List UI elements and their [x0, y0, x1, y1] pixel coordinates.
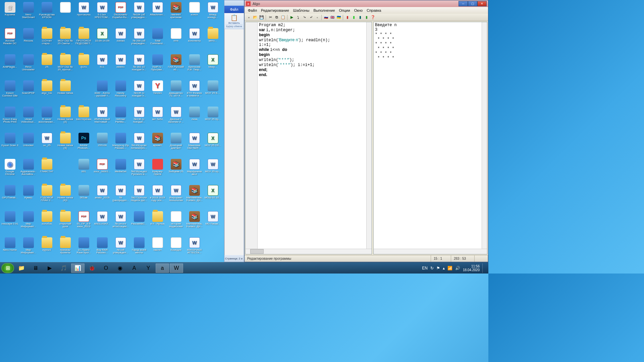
desktop-icon[interactable]: Buy RAR Passwo... [93, 237, 111, 263]
flag-en-icon[interactable]: 🇬🇧 [329, 14, 335, 20]
algo-menubar[interactable]: ФайлРедактированиеШаблоныВыполнениеОпции… [245, 7, 488, 14]
desktop-icon[interactable]: гете [167, 27, 185, 54]
taskbar-item[interactable]: a [156, 263, 169, 273]
desktop-icon[interactable]: ГЛАВСТАТ [38, 158, 56, 184]
desktop-icon[interactable]: Diccionario Español-Ru... [111, 1, 130, 27]
desktop-icon[interactable]: Донецкий диктант [167, 132, 185, 158]
desktop-icon[interactable] [204, 237, 222, 263]
desktop-icon[interactable]: №149(орган питания)01... [130, 132, 148, 158]
tray-sync-icon[interactable]: ↻ [430, 266, 434, 270]
desktop-icon[interactable]: консп [185, 1, 204, 27]
taskbar[interactable]: ⊞ 📁🖥▶🎵📊🐞O◉AYaW EN ↻ ⚑ ▴ 📶 🔊 11:56 18.04.… [0, 262, 488, 274]
save-file-icon[interactable]: 💾 [259, 14, 265, 20]
desktop-icon[interactable]: приказы проекты [56, 237, 74, 263]
desktop-icon[interactable]: Unlocker [19, 132, 38, 158]
horizontal-scrollbar[interactable] [374, 249, 487, 254]
desktop-icon[interactable]: 11Отчет старш... [38, 27, 56, 54]
desktop-icon[interactable]: история педагогики [167, 210, 185, 237]
desktop-icon[interactable]: Recuva [19, 27, 38, 54]
desktop-icon[interactable]: № 266 (об утвержден... [130, 27, 148, 54]
desktop-icon[interactable]: акт библ [148, 106, 167, 132]
desktop-icon[interactable]: мето... [204, 27, 222, 54]
paste-label[interactable]: Вставить [228, 21, 240, 24]
desktop-icon[interactable]: ГОДОВОЙ ПЛАН 2... [38, 184, 56, 210]
algo-titlebar[interactable]: a Algo ─ ▢ ✕ [245, 0, 488, 7]
desktop-icon[interactable]: algo_rus [38, 80, 56, 106]
menu-item[interactable]: Шаблоны [291, 8, 312, 12]
tray-network-icon[interactable]: 📶 [447, 266, 452, 270]
desktop-icon[interactable]: Математика, 9 класс. Дл... [185, 210, 204, 237]
desktop-icon[interactable]: лиза [185, 106, 204, 132]
taskbar-item[interactable]: O [99, 263, 113, 273]
tray-flag-icon[interactable]: ⚑ [436, 266, 440, 270]
desktop-icon[interactable]: №273(Итоги Недели рус... [130, 184, 148, 210]
desktop-icon[interactable]: Hetman Partitio... [111, 106, 130, 132]
algo-toolbar[interactable]: ▫ 📂 💾 ✂ ⧉ 📋 ▶ ⤵ ⤷ ⤶ ◦ 🇷🇺 🇬🇧 🇺🇦 ▮ ▮ ▮ ▮ ❓ [245, 14, 488, 21]
maximize-button[interactable]: ▢ [468, 1, 477, 6]
desktop-icon[interactable]: AntiPlagia... [1, 54, 19, 80]
desktop-icon[interactable]: Информат технологии [167, 184, 185, 210]
desktop-icon[interactable]: №236(недел Русского я... [130, 158, 148, 184]
step-into-icon[interactable]: ⤷ [302, 14, 308, 20]
menu-item[interactable]: Окно [352, 8, 365, 12]
taskbar-item[interactable]: 📁 [15, 263, 28, 273]
desktop-icon[interactable]: Шестеренки [74, 106, 93, 132]
desktop-icon[interactable] [74, 80, 93, 106]
desktop-icon[interactable]: Scan2PDF [19, 80, 38, 106]
desktop-icon[interactable]: курсы1 [38, 237, 56, 263]
word-titlebar[interactable] [224, 0, 244, 6]
desktop-icon[interactable]: Крючкова Л.И. Твор... [185, 54, 204, 80]
desktop-icon[interactable]: Epson Connect Site [1, 80, 19, 106]
desktop-icon[interactable] [56, 1, 74, 27]
word-file-tab[interactable]: Файл [224, 6, 244, 13]
desktop-icon[interactable]: МОУ 25 Об... [204, 132, 222, 158]
desktop-icon[interactable] [56, 158, 74, 184]
system-tray[interactable]: EN ↻ ⚑ ▴ 📶 🔊 11:56 18.04.2020 [422, 263, 487, 273]
desktop-icon[interactable]: открытый урок [56, 210, 74, 237]
desktop-icon[interactable]: архив1 [148, 132, 167, 158]
desktop-icon[interactable]: Корзина [1, 1, 19, 27]
desktop-icon[interactable]: гамлет [148, 237, 167, 263]
desktop-icon[interactable]: КТП Физика и химия в ... [185, 80, 204, 106]
taskbar-clock[interactable]: 11:56 18.04.2020 [463, 264, 480, 272]
desktop-icon[interactable]: № 282 (О поездке н... [130, 54, 148, 80]
desktop-icon[interactable]: Yandex [148, 80, 167, 106]
start-button[interactable]: ⊞ [1, 263, 14, 273]
desktop-icon[interactable]: Adobe Photosh... [74, 132, 93, 158]
desktop-icon[interactable]: GPUTweak... [1, 184, 19, 210]
paste-icon[interactable]: 📋 [280, 14, 286, 20]
cut-icon[interactable]: ✂ [267, 14, 273, 20]
desktop-icon[interactable]: 01_ПР_5-9 язык_2019 [74, 210, 93, 237]
tool-d-icon[interactable]: ▮ [364, 14, 370, 20]
desktop-icon[interactable]: 155108 [93, 132, 111, 158]
menu-item[interactable]: Выполнение [312, 8, 337, 12]
menu-item[interactable]: Редактирование [259, 8, 291, 12]
desktop-icon[interactable]: 001 [74, 158, 93, 184]
taskbar-item[interactable]: 🎵 [57, 263, 70, 273]
desktop-icon[interactable]: Revo Uninstaller [19, 54, 38, 80]
desktop-icon[interactable]: VipIP.ru - Програм... [148, 54, 167, 80]
desktop-icon[interactable]: МО Писак... [204, 210, 222, 237]
desktop-icon[interactable]: МОУ 25 Кр... [204, 106, 222, 132]
desktop-icon[interactable]: Кумир [19, 184, 38, 210]
lang-indicator[interactable]: EN [422, 266, 428, 270]
taskbar-item[interactable]: 🖥 [29, 263, 42, 273]
desktop-icon[interactable]: МОУ ОШ № 25 Сметы ... [56, 27, 74, 54]
desktop-icon[interactable]: 3040 - Англо - русский т... [93, 80, 111, 106]
code-editor[interactable]: Program m2; var i,n:integer; begin write… [258, 22, 372, 249]
desktop-icon[interactable]: Epson Easy Photo Print [1, 106, 19, 132]
taskbar-item[interactable]: Y [142, 263, 155, 273]
desktop-icon[interactable]: Руководства EPSON [38, 1, 56, 27]
desktop-icon[interactable]: Аудиокнига - Английск... [19, 158, 38, 184]
desktop-icon[interactable]: в п - Ярлык [148, 210, 167, 237]
desktop-icon[interactable]: оо_25 [38, 132, 56, 158]
desktop-icon[interactable]: 45454Новый текстовый ... [93, 106, 111, 132]
desktop-icon[interactable]: фото [74, 54, 93, 80]
desktop-icon[interactable]: гамлнет критикаа [167, 1, 185, 27]
desktop-icon[interactable]: Математика, 9 класс, Дл... [185, 184, 204, 210]
run-icon[interactable]: ▶ [289, 14, 295, 20]
taskbar-item[interactable]: 🐞 [85, 263, 99, 273]
desktop-icon[interactable]: Давыденко 72, ост К... [167, 80, 185, 106]
vertical-scrollbar[interactable] [366, 22, 372, 249]
desktop-icon[interactable]: Новая папка (3) [56, 132, 74, 158]
